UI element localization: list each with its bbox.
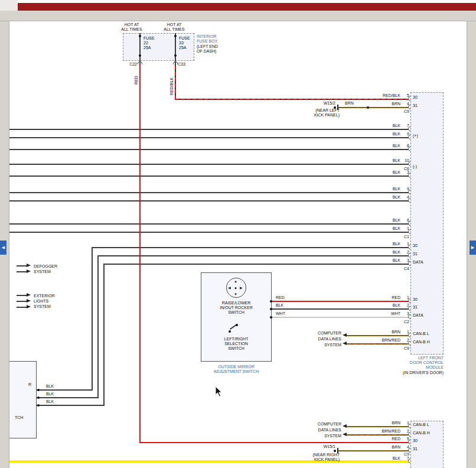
wire-blk-pin4b[interactable] [9,200,410,202]
fuse-33-label: FUSE 33 25A [179,36,190,50]
wire-blk-vertical-1[interactable] [92,247,93,391]
module-inner-label: 31 [413,305,418,309]
fuse-22-label: FUSE 22 25A [144,36,155,50]
switch-contact-dot [236,324,238,326]
connector-c22: C22 [120,62,137,67]
connector-id: C9 [389,346,409,350]
rocker-up-icon[interactable]: ▲ [234,280,237,283]
connector-id: C9 [389,452,409,456]
junction-dot [37,404,40,407]
wire-blk-mirror[interactable] [272,308,410,310]
pin-row: BLK8 [0,144,444,148]
junction-dot [367,106,369,109]
fuse33-stub-wire[interactable] [175,33,176,66]
module-inner-label: (-) [413,164,417,168]
connector-id: C1 [389,235,409,239]
pin-row: RED5 [0,437,444,441]
connector-arc [173,61,178,64]
pin-number: 3 [402,170,409,174]
wire-blk-vertical-2[interactable] [97,255,99,398]
fuse22-stub-wire[interactable] [139,33,141,66]
wire-color-label: BLK [354,170,400,174]
toolbar [0,11,476,21]
wire-blk-ground-2[interactable] [37,397,99,398]
fuse-terminal-dot [174,35,177,37]
exterior-lights-wire-stub[interactable] [17,301,27,302]
wire-blk-pin1[interactable] [9,232,410,233]
pin-number: 1 [402,330,409,334]
wire-color-label: WHT [354,311,400,316]
wire-brn-w15-1[interactable] [338,450,410,451]
next-page-icon: ▶ [471,245,474,250]
connector-c33: C33 [178,62,185,67]
wire-red-bottom-feed[interactable] [139,442,410,443]
wire-brn-canb-l-bottom[interactable] [347,426,410,427]
module-inner-label: CAN-B L [413,422,429,427]
pin-row: BLK10 [0,158,444,163]
rocker-right-icon[interactable]: ▶ [240,286,243,290]
pin-row: BLK3 [0,258,444,263]
wire-blk-ground-3[interactable] [37,405,105,406]
wire-blk-vertical-3[interactable] [103,264,105,406]
connector-id: C4 [389,266,409,271]
wire-blk-pin3[interactable] [9,176,410,177]
wire-blk-pin6[interactable] [9,223,410,225]
next-page-button[interactable]: ▶ [470,240,476,255]
pin-number: 1 [402,242,409,246]
module-inner-label: 31 [413,447,418,451]
module-inner-label: 31 [413,252,418,256]
module-inner-label: 31 [413,103,418,108]
rocker-center-icon[interactable]: ◆ [234,286,237,290]
pin-number: 9 [402,187,409,191]
pin-row: BLK7 [0,456,444,461]
wire-color-label: BRN/RED [354,429,400,433]
module-inner-label: (+) [413,134,418,138]
wire-brn-canb-l[interactable] [347,335,410,336]
pin-row: BLK6 [0,218,444,223]
pin-number: 2 [402,303,409,307]
pin-number: 3 [402,311,409,316]
arrow-right-icon [27,264,31,267]
wire-blk-ground-1[interactable] [37,389,93,391]
splice-w15-2-location: (NEAR LEFT KICK PANEL) [294,108,340,118]
wire-color-label: BLK [354,132,400,136]
wire-blk-pin10[interactable] [9,164,410,165]
pin-row: BLK9 [0,187,444,191]
wire-color-label: BLK [354,242,400,246]
wire-brnred-canb-h-bottom[interactable] [347,434,410,436]
wire-red-mirror[interactable] [272,301,410,302]
pin-number: 2 [402,429,409,433]
pin-number: 4 [402,102,409,106]
wire-blk-pin9b[interactable] [9,192,410,193]
wire-blk-pin7[interactable] [9,129,410,130]
module-inner-label: CAN-B L [413,332,429,336]
rocker-left-icon[interactable]: ◀ [228,286,231,290]
wire-blk-c4-pin2[interactable] [97,255,410,256]
wire-wht-mirror[interactable] [272,317,410,318]
wire-color-label: RED [354,295,400,300]
wire-blk-pin8[interactable] [9,149,410,150]
arrow-right-icon [27,269,31,273]
defogger-wire-stub[interactable] [17,271,27,272]
wire-color-label: BLK [354,456,400,460]
pin-number: 4 [402,195,409,199]
fusebox-location: (LEFT END OF DASH) [197,44,218,54]
wire-blk-c4-pin3[interactable] [103,264,410,265]
wire-brn-pin4[interactable] [338,107,410,108]
wire-redblk-pin5[interactable] [175,99,410,100]
module-inner-label: CAN-B H [413,340,430,344]
defogger-wire-stub[interactable] [17,265,27,266]
prev-page-button[interactable]: ◀ [0,240,6,255]
wire-blk-pin9[interactable] [9,137,410,138]
wire-brnred-canb-h[interactable] [347,343,410,344]
pin-number: 1 [402,295,409,300]
prev-page-icon: ◀ [2,245,5,250]
pin-row: BRN4 [0,102,444,106]
wire-color-label: BLK [354,303,400,307]
junction-dot [37,396,40,399]
pin-number: 2 [402,338,409,342]
partial-switch-text: R [28,382,31,387]
wiring-diagram-canvas: HOT AT ALL TIMES HOT AT ALL TIMES FUSE 2… [0,0,476,468]
pin-number: 2 [402,250,409,254]
wire-color-label: BRN [354,421,400,425]
